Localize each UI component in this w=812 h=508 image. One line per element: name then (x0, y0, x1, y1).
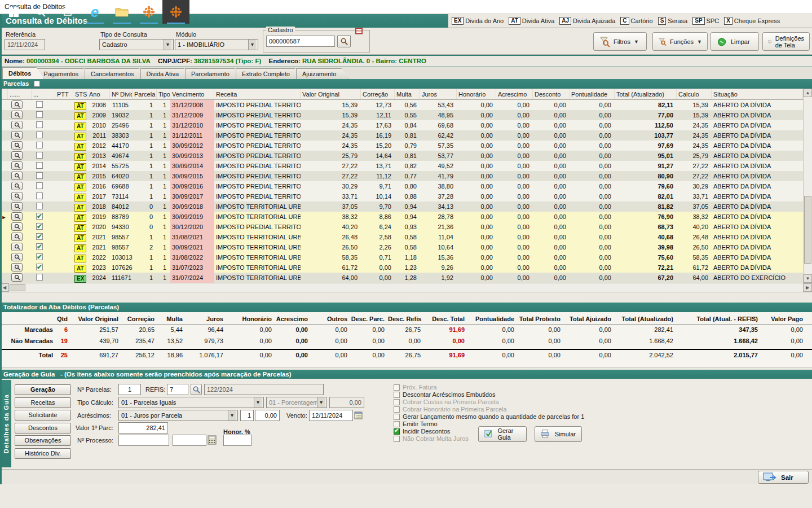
row-checkbox[interactable] (36, 264, 43, 270)
row-detail-button[interactable] (11, 182, 23, 190)
column-header[interactable]: Acrescimo (496, 89, 533, 99)
vencto-input[interactable]: 12/11/2024 (309, 410, 353, 421)
horizontal-scrollbar[interactable]: ◀ ▶ (0, 283, 812, 292)
row-checkbox[interactable] (36, 121, 43, 128)
row-checkbox[interactable] (36, 152, 43, 159)
num-parcelas-input[interactable]: 1 (118, 384, 141, 395)
table-row[interactable]: AT 2021 98557 2 1 30/09/2021 IMPOSTO TER… (0, 242, 803, 252)
cadastro-input[interactable]: 000000587 (266, 36, 335, 47)
filtros-button[interactable]: Filtros ▼ (593, 32, 647, 51)
start-button[interactable] (0, 0, 27, 24)
checkbox-box[interactable] (394, 399, 400, 405)
row-detail-button[interactable] (11, 161, 23, 170)
funcoes-button[interactable]: Funções ▼ (652, 32, 708, 51)
guia-checkbox[interactable]: Cobrar Custas na Primeira Parcela (394, 398, 499, 405)
column-header[interactable]: Ano (87, 89, 110, 99)
table-row[interactable]: AT 2009 19032 1 1 31/12/2009 IMPOSTO PRE… (0, 110, 803, 120)
column-header[interactable]: Valor Original (301, 89, 361, 99)
calculator-icon[interactable] (208, 435, 217, 445)
row-detail-button[interactable] (11, 212, 23, 221)
table-row[interactable]: AT 2008 11105 1 1 31/12/2008 IMPOSTO PRE… (0, 100, 803, 110)
column-header[interactable]: Parcela (133, 89, 157, 99)
row-checkbox[interactable] (36, 182, 43, 189)
internet-explorer-button[interactable]: e (81, 0, 108, 24)
guia-checkbox[interactable]: Incidir Descontos (394, 428, 450, 435)
parcelas-select-all-checkbox[interactable] (34, 81, 40, 87)
guia-checkbox[interactable]: Emitir Termo (394, 421, 438, 427)
column-header[interactable]: Nº Divida (110, 89, 133, 99)
app-window-button[interactable] (135, 0, 162, 24)
column-header[interactable]: Tipo (157, 89, 170, 99)
column-header[interactable]: Correção (361, 89, 395, 99)
tab[interactable]: Cancelamentos (85, 68, 147, 79)
row-checkbox[interactable] (36, 213, 43, 220)
row-checkbox[interactable] (36, 233, 43, 240)
scroll-down-icon[interactable]: ▼ (804, 274, 812, 283)
row-checkbox[interactable] (36, 192, 43, 199)
tab[interactable]: Pagamentos (37, 68, 91, 79)
modulo-select[interactable]: 1 - IMOBILIÁRIO (175, 39, 258, 50)
row-checkbox[interactable] (36, 274, 43, 281)
row-detail-button[interactable] (11, 273, 23, 282)
processo-input[interactable] (118, 435, 169, 446)
table-row[interactable]: AT 2013 49674 1 1 30/09/2013 IMPOSTO PRE… (0, 151, 803, 161)
checkbox-box[interactable] (394, 428, 400, 435)
column-header[interactable]: ...... (8, 89, 32, 99)
row-checkbox[interactable] (36, 243, 43, 250)
acrescimos-qtd-input[interactable]: 1 (240, 410, 254, 421)
table-row[interactable]: AT 2018 84012 0 1 30/09/2018 IMPOSTO TER… (0, 202, 803, 212)
column-header[interactable]: Calculo (677, 89, 712, 99)
checkbox-box[interactable] (394, 406, 400, 413)
task-view-button[interactable] (54, 0, 81, 24)
row-detail-button[interactable] (11, 263, 23, 271)
list-icon[interactable] (355, 28, 363, 34)
checkbox-box[interactable] (394, 392, 400, 398)
guia-side-button[interactable]: Solicitante (15, 410, 71, 421)
row-checkbox[interactable] (36, 253, 43, 260)
vertical-scrollbar[interactable]: ▲ ▼ (803, 89, 812, 283)
column-header[interactable]: Desconto (533, 89, 570, 99)
row-detail-button[interactable] (11, 131, 23, 139)
tab[interactable]: Divida Ativa (140, 68, 192, 79)
horizontal-scroll-thumb[interactable] (10, 284, 25, 291)
gerar-guia-button[interactable]: Gerar Guia (478, 426, 527, 442)
column-header[interactable]: STS (73, 89, 87, 99)
row-detail-button[interactable] (11, 253, 23, 261)
table-row[interactable]: AT 2015 64020 1 1 30/09/2015 IMPOSTO PRE… (0, 171, 803, 181)
guia-checkbox[interactable]: Descontar Acréscimos Embutidos (394, 391, 495, 398)
refis-input[interactable]: 7 (167, 384, 188, 395)
guia-side-button[interactable]: Descontos (15, 423, 71, 433)
table-row[interactable]: AT 2011 38303 1 1 31/12/2011 IMPOSTO PRE… (0, 130, 803, 141)
definicoes-tela-button[interactable]: Definiçõesde Tela (762, 32, 810, 51)
table-row[interactable]: AT 2016 69688 1 1 30/09/2016 IMPOSTO PRE… (0, 181, 803, 191)
refis-search-button[interactable] (191, 384, 202, 395)
row-detail-button[interactable] (11, 192, 23, 200)
table-row[interactable]: AT 2022 103013 1 1 31/08/2022 IMPOSTO TE… (0, 252, 803, 262)
scroll-up-icon[interactable]: ▲ (804, 89, 812, 97)
row-checkbox[interactable] (36, 101, 43, 108)
row-checkbox[interactable] (36, 142, 43, 148)
checkbox-box[interactable] (394, 436, 400, 442)
table-row[interactable]: AT 2023 107626 1 1 31/07/2023 IMPOSTO TE… (0, 262, 803, 273)
row-detail-button[interactable] (11, 243, 23, 251)
table-row[interactable]: AT 2014 55725 1 1 30/09/2014 IMPOSTO PRE… (0, 161, 803, 171)
row-checkbox[interactable] (36, 132, 43, 138)
column-header[interactable]: Pontualidade (570, 89, 615, 99)
sair-button[interactable]: Sair (758, 471, 809, 484)
guia-checkbox[interactable]: Gerar Lançamento mesmo quando a quantida… (394, 413, 584, 420)
column-header[interactable]: Total (Atualizado) (615, 89, 677, 99)
taskbar-search-button[interactable] (27, 0, 54, 24)
tipo-consulta-select[interactable]: Cadastro (99, 39, 174, 50)
acrescimos-valor-input[interactable]: 0,00 (255, 410, 280, 421)
calendar-icon[interactable] (354, 411, 363, 419)
referencia-field[interactable]: 12/11/2024 (5, 39, 45, 50)
row-detail-button[interactable] (11, 100, 23, 109)
guia-side-button[interactable]: Receitas (15, 397, 71, 408)
row-checkbox[interactable] (36, 172, 43, 179)
checkbox-box[interactable] (394, 414, 400, 420)
column-header[interactable]: Juros (420, 89, 457, 99)
guia-checkbox[interactable]: Cobrar Honorário na Primeira Parcela (394, 406, 507, 413)
column-header[interactable]: Situação (712, 89, 803, 99)
guia-side-button[interactable]: Histórico Div. (15, 448, 71, 459)
table-row[interactable]: EX 2024 111671 1 1 31/07/2024 IMPOSTO TE… (0, 273, 803, 283)
